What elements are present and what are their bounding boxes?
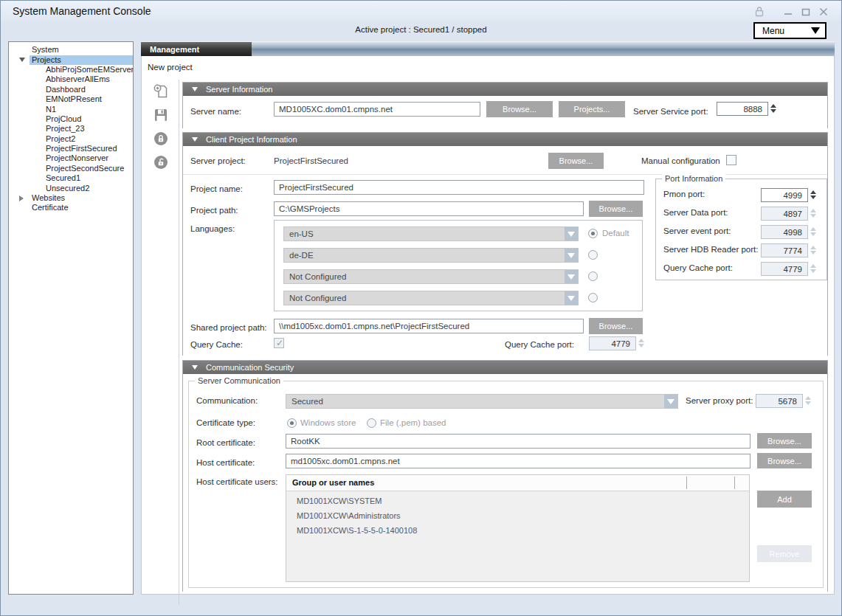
port-row: Pmon port:4999: [656, 188, 827, 203]
port-row: Server event port:4998: [656, 225, 827, 240]
chevron-down-icon[interactable]: [565, 227, 578, 240]
save-icon[interactable]: [151, 105, 171, 125]
shared-path-input[interactable]: [274, 319, 584, 333]
language-dropdown-1[interactable]: en-US: [283, 226, 579, 241]
lock-closed-icon[interactable]: [151, 129, 171, 148]
port-spinner: 7774: [761, 243, 808, 257]
cert-type-windows-radio[interactable]: [287, 418, 297, 428]
language-default-radio-3[interactable]: [588, 271, 598, 281]
service-port-spinner[interactable]: 8888: [717, 102, 768, 116]
remove-user-button[interactable]: Remove: [757, 545, 812, 562]
user-list-item[interactable]: MD1001XCW\S-1-5-5-0-1400108: [286, 523, 749, 538]
close-button[interactable]: [815, 6, 832, 18]
query-cache-port-spin-arrows: [637, 336, 646, 350]
users-list-header[interactable]: Group or user names: [286, 475, 749, 491]
tree-item-abhiserverallems[interactable]: AbhiserverAllEms: [9, 75, 133, 84]
tree-item-projcloud[interactable]: ProjCloud: [9, 114, 133, 124]
tab-management[interactable]: Management: [141, 42, 252, 57]
section-header[interactable]: Client Project Information: [183, 133, 827, 146]
section-header[interactable]: Communication Security: [183, 361, 827, 374]
minimize-button[interactable]: [779, 6, 797, 18]
new-project-icon[interactable]: [151, 82, 171, 101]
tree-item-label: ProjectSecondSecure: [44, 164, 126, 173]
tree-item-websites[interactable]: Websites: [9, 193, 133, 203]
section-communication-security: Communication Security Server Communicat…: [182, 360, 828, 592]
tree-item-label: Unsecured2: [44, 184, 92, 193]
tree-item-label: Websites: [30, 193, 67, 203]
query-cache-port-spinner[interactable]: 4779: [589, 336, 636, 350]
tree-item-emnotpresent[interactable]: EMNotPResent: [9, 94, 133, 104]
users-column-header: Group or user names: [292, 478, 374, 487]
menu-dropdown[interactable]: Menu: [753, 22, 827, 39]
user-list-item[interactable]: MD1001XCW\Administrators: [286, 508, 749, 523]
column-divider[interactable]: [734, 477, 735, 489]
collapse-arrow-icon: [192, 87, 198, 91]
row-separator: [183, 174, 827, 175]
collapsed-arrow-icon[interactable]: [15, 194, 30, 203]
language-dropdown-2[interactable]: de-DE: [283, 248, 579, 263]
project-name-input[interactable]: [274, 180, 644, 195]
query-cache-checkbox[interactable]: [274, 338, 284, 348]
tree-item-certificate[interactable]: Certificate: [9, 203, 133, 212]
project-name-label: Project name:: [190, 184, 243, 193]
port-spin-arrows[interactable]: [809, 187, 818, 202]
host-certificate-label: Host certificate:: [196, 458, 255, 467]
port-spin-arrows: [809, 206, 818, 221]
project-path-input[interactable]: [274, 201, 584, 216]
language-default-radio-4[interactable]: [588, 293, 598, 302]
management-panel: New project: [141, 56, 835, 595]
server-name-input[interactable]: [274, 102, 480, 117]
server-projects-button[interactable]: Projects...: [559, 101, 625, 117]
manual-configuration-checkbox[interactable]: [726, 155, 736, 165]
service-port-spin-arrows[interactable]: [769, 101, 778, 116]
server-project-browse-button[interactable]: Browse...: [548, 153, 604, 169]
add-user-button[interactable]: Add: [757, 491, 812, 508]
tree-item-project2[interactable]: Project2: [9, 134, 133, 144]
language-default-radio-2[interactable]: [588, 250, 598, 260]
expanded-arrow-icon[interactable]: [15, 55, 30, 64]
expander-spacer: [15, 204, 30, 212]
language-dropdown-4[interactable]: Not Configured: [283, 291, 579, 305]
communication-dropdown[interactable]: Secured: [286, 394, 678, 409]
port-spin-arrows: [809, 261, 818, 276]
section-header[interactable]: Server Information: [183, 83, 827, 96]
column-divider[interactable]: [686, 477, 687, 489]
lock-open-icon[interactable]: [151, 153, 171, 172]
chevron-down-icon[interactable]: [664, 395, 677, 408]
chevron-down-icon[interactable]: [565, 249, 578, 262]
root-certificate-label: Root certificate:: [196, 438, 255, 447]
tree-item-system[interactable]: System: [9, 45, 133, 55]
port-spinner: 4998: [761, 225, 808, 239]
root-certificate-input[interactable]: [286, 434, 750, 449]
tree-item-abhiprojsomeemserver[interactable]: AbhiProjSomeEMServer: [9, 65, 133, 75]
project-path-browse-button[interactable]: Browse...: [589, 201, 643, 217]
tree-item-projectsecondsecure[interactable]: ProjectSecondSecure: [9, 164, 133, 173]
tree-item-projects[interactable]: Projects: [9, 55, 133, 64]
server-browse-button[interactable]: Browse...: [486, 101, 553, 117]
tree-item-label: AbhiserverAllEms: [44, 75, 112, 84]
chevron-down-icon[interactable]: [565, 291, 578, 305]
root-certificate-browse-button[interactable]: Browse...: [757, 433, 812, 449]
proxy-port-spinner[interactable]: 5678: [756, 394, 803, 408]
host-certificate-browse-button[interactable]: Browse...: [757, 453, 812, 468]
tree-item-projectnonserver[interactable]: ProjectNonserver: [9, 153, 133, 163]
language-value: Not Configured: [289, 294, 346, 302]
tree-item-label: AbhiProjSomeEMServer: [44, 65, 134, 75]
chevron-down-icon[interactable]: [565, 270, 578, 283]
language-default-radio-1[interactable]: [588, 229, 598, 238]
shared-path-browse-button[interactable]: Browse...: [589, 318, 643, 334]
port-spinner[interactable]: 4999: [761, 188, 808, 202]
languages-label: Languages:: [190, 224, 235, 233]
tree-item-unsecured2[interactable]: Unsecured2: [9, 183, 133, 193]
tree-item-project_23[interactable]: Project_23: [9, 124, 133, 134]
cert-type-pem-radio[interactable]: [367, 418, 376, 428]
language-dropdown-3[interactable]: Not Configured: [283, 269, 579, 284]
tree-item-projectfirstsecured[interactable]: ProjectFirstSecured: [9, 144, 133, 153]
user-list-item[interactable]: MD1001XCW\SYSTEM: [286, 494, 749, 508]
host-certificate-input[interactable]: [286, 454, 750, 468]
tree-item-dashboard[interactable]: Dashboard: [9, 85, 133, 94]
maximize-button[interactable]: [797, 6, 815, 18]
active-project-status: Active project : Secured1 / stopped: [1, 25, 841, 34]
tree-item-secured1[interactable]: Secured1: [9, 173, 133, 183]
tree-item-n1[interactable]: N1: [9, 104, 133, 114]
